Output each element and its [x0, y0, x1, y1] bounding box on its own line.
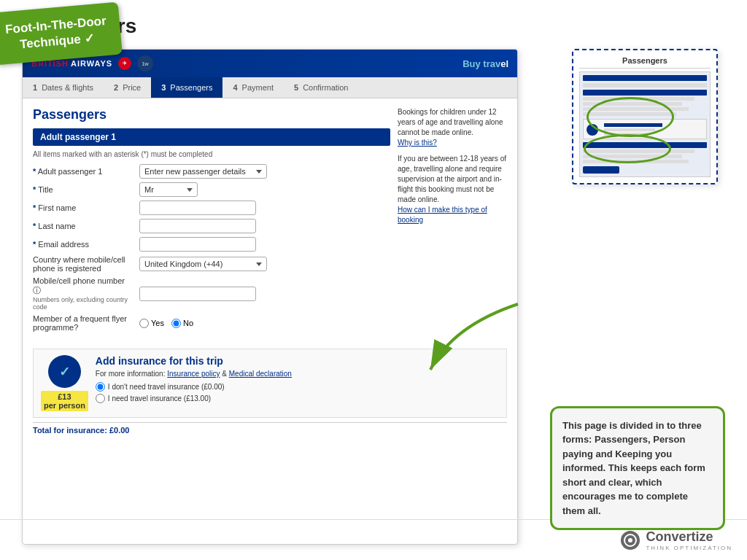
insurance-title: Add insurance for this trip	[96, 355, 499, 367]
frequent-flyer-yes-radio[interactable]	[139, 319, 149, 328]
browser-mockup: BRITISH AIRWAYS ✈ 1w Buy travel	[22, 49, 518, 545]
step-passengers[interactable]: 3 Passengers	[151, 77, 222, 98]
insurance-content: Add insurance for this trip For more inf…	[96, 355, 499, 405]
mini-section-2	[583, 142, 707, 148]
email-row: * Email address	[33, 237, 390, 252]
insurance-no-label: I don't need travel insurance (£0.00)	[108, 383, 225, 391]
passenger-select[interactable]: Enter new passenger details	[139, 164, 267, 179]
insurance-section: £13 per person Add insurance for this tr…	[33, 349, 507, 418]
phone-note: Numbers only, excluding country code	[33, 296, 135, 311]
passenger-label: * Adult passenger 1	[33, 167, 135, 176]
form-area: Passengers Adult passenger 1 All items m…	[23, 98, 517, 344]
passenger-select-row: * Adult passenger 1 Enter new passenger …	[33, 164, 390, 179]
mini-row-2	[583, 102, 682, 106]
insurance-no-radio-row: I don't need travel insurance (£0.00)	[96, 382, 499, 392]
step-dates[interactable]: 1 Dates & flights	[23, 77, 104, 98]
lastname-label: * Last name	[33, 222, 135, 230]
buy-travel-text: Buy travel	[462, 58, 508, 69]
country-row: Country where mobile/cell phone is regis…	[33, 255, 390, 273]
why-link[interactable]: Why is this?	[398, 139, 437, 147]
mini-insurance-icon	[587, 124, 598, 136]
mini-row-1	[583, 97, 694, 101]
lastname-input[interactable]	[139, 219, 256, 233]
insurance-icon	[48, 355, 81, 388]
email-input[interactable]	[139, 237, 256, 252]
frequent-flyer-label: Member of a frequent flyer programme?	[33, 314, 135, 332]
mini-insurance-content	[583, 119, 707, 139]
thumbnail-content	[579, 71, 711, 177]
country-label: Country where mobile/cell phone is regis…	[33, 255, 135, 273]
phone-input[interactable]	[139, 287, 256, 301]
children-notice: Bookings for children under 12 years of …	[398, 107, 507, 138]
sidebar-info: Bookings for children under 12 years of …	[398, 107, 507, 335]
frequent-flyer-radio-group: Yes No	[139, 319, 193, 328]
ba-logo-airways: AIRWAYS	[71, 59, 112, 68]
frequent-flyer-no-radio[interactable]	[171, 319, 181, 328]
phone-row: Mobile/cell phone number ⓘ Numbers only,…	[33, 276, 390, 311]
email-label: * Email address	[33, 240, 135, 249]
phone-label: Mobile/cell phone number ⓘ Numbers only,…	[33, 276, 135, 311]
firstname-input[interactable]	[139, 201, 256, 215]
mini-row-5	[583, 149, 694, 153]
title-label: * Title	[33, 185, 135, 194]
firstname-label: * First name	[33, 203, 135, 212]
frequent-flyer-row: Member of a frequent flyer programme? Ye…	[33, 314, 390, 332]
lastname-row: * Last name	[33, 219, 390, 233]
convertize-name: Convertize	[646, 529, 713, 544]
age-notice: If you are between 12-18 years of age, t…	[398, 154, 507, 205]
total-line: Total for insurance: £0.00	[33, 422, 507, 435]
insurance-yes-label: I need travel insurance (£13.00)	[108, 394, 211, 402]
convertize-logo: Convertize THINK OPTIMIZATION	[619, 529, 732, 551]
svg-point-3	[628, 538, 632, 542]
tooltip-text: This page is divided in to three forms: …	[562, 420, 705, 516]
thumbnail-panel: Passengers	[572, 49, 718, 184]
mini-second-section	[583, 142, 707, 174]
step-price[interactable]: 2 Price	[104, 77, 151, 98]
mini-insurance-text	[604, 123, 662, 136]
progress-bar: 1 Dates & flights 2 Price 3 Passengers 4…	[23, 77, 517, 98]
insurance-yes-radio[interactable]	[96, 394, 105, 403]
mini-row-6	[583, 155, 682, 158]
convertize-icon-container	[619, 529, 641, 551]
mini-insurance-area	[583, 119, 707, 139]
insurance-icon-area: £13 per person	[41, 355, 88, 411]
form-main: Passengers Adult passenger 1 All items m…	[33, 107, 390, 335]
content-area: BRITISH AIRWAYS ✈ 1w Buy travel	[22, 49, 725, 545]
how-link[interactable]: How can I make this type of booking	[398, 206, 487, 224]
thumbnail-title: Passengers	[579, 56, 711, 69]
insurance-policy-link[interactable]: Insurance policy	[167, 370, 220, 378]
mini-header	[583, 75, 707, 81]
medical-declaration-link[interactable]: Medical declaration	[229, 370, 292, 378]
mini-cta-button	[583, 166, 619, 174]
frequent-flyer-no[interactable]: No	[171, 319, 193, 328]
form-title: Passengers	[33, 107, 390, 122]
convertize-text-area: Convertize THINK OPTIMIZATION	[646, 529, 732, 551]
insurance-subtitle: For more information: Insurance policy &…	[96, 370, 499, 378]
price-badge: £13 per person	[41, 391, 88, 411]
mini-section-header	[583, 90, 707, 96]
section-header: Adult passenger 1	[33, 128, 390, 146]
age-notice-box: If you are between 12-18 years of age, t…	[398, 154, 507, 225]
title-row: * Title Mr Mrs Ms	[33, 182, 390, 197]
country-select[interactable]: United Kingdom (+44)	[139, 257, 267, 271]
firstname-row: * First name	[33, 201, 390, 215]
tooltip-box: This page is divided in to three forms: …	[550, 406, 725, 531]
ba-circle-logo: ✈	[118, 57, 131, 70]
step-confirmation[interactable]: 5 Confirmation	[284, 77, 358, 98]
title-select[interactable]: Mr Mrs Ms	[139, 182, 198, 197]
mini-row-7	[583, 160, 689, 163]
insurance-no-radio[interactable]	[96, 382, 105, 392]
mini-row-4	[583, 112, 676, 116]
insurance-yes-radio-row: I need travel insurance (£13.00)	[96, 394, 499, 403]
frequent-flyer-yes[interactable]: Yes	[139, 319, 164, 328]
convertize-icon-svg	[619, 529, 641, 551]
slide: Passengers Foot-In-The-Door Technique ✓ …	[0, 0, 747, 560]
step-payment[interactable]: 4 Payment	[222, 77, 284, 98]
page-title: Passengers	[22, 15, 725, 38]
mini-row-3	[583, 107, 689, 111]
oneworld-badge: 1w	[137, 55, 153, 71]
children-notice-box: Bookings for children under 12 years of …	[398, 107, 507, 148]
convertize-tagline: THINK OPTIMIZATION	[646, 545, 732, 551]
form-note: All items marked with an asterisk (*) mu…	[33, 150, 390, 158]
mini-progress	[583, 83, 707, 88]
